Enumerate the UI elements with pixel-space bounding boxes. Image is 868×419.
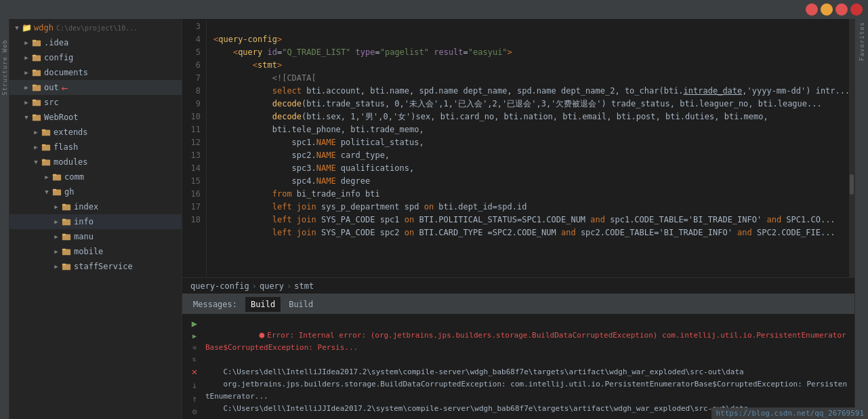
code-line-3: <query-config>: [213, 35, 282, 44]
scroll-indicator[interactable]: [849, 19, 854, 277]
tree-item-flash[interactable]: flash: [9, 140, 182, 155]
folder-icon-src: [31, 98, 42, 107]
tree-arrow-index: [51, 202, 61, 212]
svg-rect-29: [62, 249, 66, 251]
folder-icon-modules: [41, 157, 51, 167]
tree-item-gh[interactable]: gh: [9, 184, 182, 199]
tree-item-webroot[interactable]: WebRoot: [9, 110, 182, 125]
build-tab-1[interactable]: Build: [245, 297, 281, 312]
project-path: C:\dev\project\10...: [56, 24, 138, 32]
folder-icon-idea: [31, 38, 42, 47]
modules-label: modules: [54, 157, 88, 167]
folder-icon-webroot: [31, 113, 42, 122]
tree-item-mobile[interactable]: mobile: [9, 244, 182, 259]
comm-label: comm: [64, 172, 84, 182]
tree-item-config[interactable]: config: [9, 50, 182, 65]
breadcrumb: query-config › query › stmt: [182, 277, 854, 294]
tree-arrow-webroot: [22, 113, 31, 122]
gh-label: gh: [64, 187, 74, 197]
svg-rect-5: [33, 70, 36, 72]
tree-item-manu[interactable]: manu: [9, 229, 182, 244]
breadcrumb-item-1[interactable]: query-config: [190, 281, 249, 291]
error-line-1: C:\Users\dell\IntelliJIdea2017.2\system\…: [205, 366, 850, 378]
favorites-label[interactable]: Favorites: [859, 22, 865, 61]
code-content[interactable]: <query-config> <query id="Q_TRADE_LIST" …: [207, 19, 849, 277]
list-button[interactable]: ≡: [188, 343, 201, 352]
svg-rect-7: [33, 85, 36, 87]
idea-label: .idea: [44, 38, 68, 47]
folder-icon-manu: [61, 232, 72, 241]
code-line-7: select bti.account, bti.name, spd.name d…: [213, 86, 849, 96]
extends-label: extends: [54, 127, 88, 137]
documents-label: documents: [44, 68, 88, 77]
code-view: 3 4 5 6 7 8 9 10 11 12 13 14 15 16 17 18…: [182, 19, 854, 277]
code-line-5: <stmt>: [213, 60, 282, 70]
tree-item-comm[interactable]: comm: [9, 169, 182, 184]
svg-rect-19: [53, 174, 56, 176]
opera-icon[interactable]: [850, 3, 863, 16]
code-line-18: left join SYS_PA_CODE spc2 on BTI.CARD_T…: [213, 228, 835, 237]
breadcrumb-item-2[interactable]: query: [260, 281, 284, 291]
svg-rect-17: [42, 159, 45, 161]
tree-item-src[interactable]: src: [9, 95, 182, 110]
play-green-button[interactable]: ▶: [188, 318, 201, 329]
folder-icon-info: [61, 217, 72, 226]
svg-rect-3: [33, 55, 36, 57]
tree-item-idea[interactable]: .idea: [9, 35, 182, 50]
tree-item-modules[interactable]: modules: [9, 155, 182, 169]
firefox-dev-icon[interactable]: [821, 3, 833, 16]
webroot-label: WebRoot: [44, 113, 79, 122]
file-tree-content: 📁 wdgh C:\dev\project\10... .idea config: [9, 19, 182, 419]
tree-item-root[interactable]: 📁 wdgh C:\dev\project\10...: [9, 20, 182, 35]
error-line-2: org.jetbrains.jps.builders.storage.Build…: [205, 378, 850, 403]
chrome-icon[interactable]: [835, 3, 848, 16]
tree-arrow-documents: [22, 68, 31, 77]
folder-icon-config: [31, 53, 42, 62]
code-line-16: left join sys_p_department spd on bti.de…: [213, 202, 526, 212]
firefox-icon[interactable]: [806, 3, 818, 16]
tree-arrow-info: [51, 217, 61, 226]
tree-item-extends[interactable]: extends: [9, 125, 182, 140]
mobile-label: mobile: [74, 247, 103, 256]
svg-rect-25: [62, 219, 66, 221]
error-log: ●Error: Internal error: (org.jetbrains.j…: [205, 317, 850, 416]
tree-arrow-idea: [22, 38, 31, 47]
play-small-button[interactable]: ▶: [188, 332, 201, 340]
tree-arrow-gh: [42, 187, 51, 197]
error-main-line: ●Error: Internal error: (org.jetbrains.j…: [205, 317, 850, 366]
code-line-4: <query id="Q_TRADE_LIST" type="pagelist"…: [213, 47, 512, 57]
error-x-button[interactable]: ✕: [188, 366, 201, 377]
code-line-13: spc3.NAME qualifications,: [213, 163, 414, 173]
folder-icon-staffservice: [61, 262, 72, 271]
structure-tab-label[interactable]: Structure: [1, 56, 8, 96]
red-annotation-arrow: ←: [62, 81, 68, 94]
tree-item-documents[interactable]: documents: [9, 65, 182, 80]
up-arrow-button[interactable]: ↑: [188, 393, 201, 404]
folder-icon-extends: [41, 127, 51, 137]
project-name-label: wdgh: [34, 23, 54, 33]
settings-button[interactable]: ⚙: [188, 407, 201, 416]
tree-arrow-extends: [31, 127, 41, 137]
scroll-thumb: [850, 174, 854, 195]
tree-item-info[interactable]: info: [9, 214, 182, 229]
tree-item-staffservice[interactable]: staffService: [9, 259, 182, 274]
code-line-9: decode(bti.sex, 1,'男',0,'女')sex, bti.car…: [213, 112, 768, 121]
breadcrumb-item-3[interactable]: stmt: [294, 281, 314, 291]
tree-item-index[interactable]: index: [9, 199, 182, 214]
folder-icon-documents: [31, 68, 42, 77]
svg-rect-15: [42, 144, 45, 146]
sort-button[interactable]: ⇅: [188, 355, 201, 363]
tree-item-out[interactable]: out ←: [9, 80, 182, 95]
folder-icon-mobile: [61, 247, 72, 256]
svg-rect-1: [33, 40, 36, 42]
down-arrow-button[interactable]: ↓: [188, 380, 201, 391]
favorites-bar: Favorites: [854, 19, 868, 419]
breadcrumb-sep-2: ›: [287, 281, 291, 291]
build-tab-2[interactable]: Build: [283, 297, 318, 312]
error-icon: ●: [259, 330, 264, 340]
code-line-11: spc1.NAME political_status,: [213, 138, 424, 147]
folder-icon-gh: [51, 187, 62, 197]
url-watermark: https://blog.csdn.net/qq_26769591: [711, 407, 868, 419]
svg-rect-11: [33, 115, 36, 117]
web-tab-label[interactable]: Web: [1, 39, 8, 52]
